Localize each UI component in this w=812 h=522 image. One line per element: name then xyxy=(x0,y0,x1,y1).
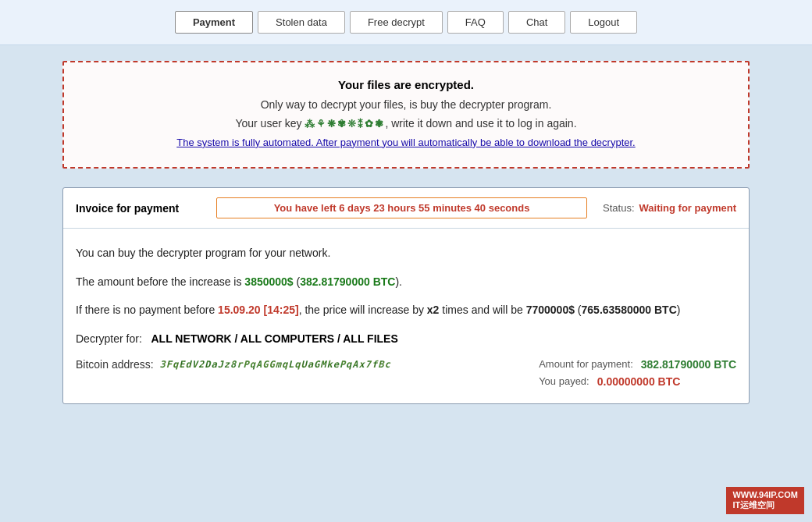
top-navigation: Payment Stolen data Free decrypt FAQ Cha… xyxy=(0,0,812,45)
invoice-line2-prefix: The amount before the increase is xyxy=(76,275,244,288)
watermark: WWW.94IP.COM IT运维空间 xyxy=(726,487,804,514)
invoice-date: 15.09.20 [14:25] xyxy=(218,304,299,316)
nav-btn-payment[interactable]: Payment xyxy=(175,11,253,34)
invoice-btc2: 765.63580000 BTC xyxy=(582,304,677,316)
invoice-body: You can buy the decrypter program for yo… xyxy=(63,229,749,403)
watermark-line2: IT运维空间 xyxy=(732,499,798,511)
nav-btn-faq[interactable]: FAQ xyxy=(447,11,504,34)
invoice-box: Invoice for payment You have left 6 days… xyxy=(62,187,750,404)
payed-value: 0.00000000 BTC xyxy=(597,375,681,388)
warning-line2-prefix: Your user key xyxy=(235,117,304,130)
invoice-status-area: Status: Waiting for payment xyxy=(603,202,736,214)
warning-user-key: ⁂⚘❋✾❊⁑✿❃ xyxy=(304,118,385,130)
invoice-header: Invoice for payment You have left 6 days… xyxy=(63,188,749,229)
warning-line1: Only way to decrypt your files, is buy t… xyxy=(261,98,552,111)
invoice-line2-suffix: ). xyxy=(395,275,402,288)
invoice-mult: x2 xyxy=(427,304,440,316)
invoice-amount1: 3850000$ xyxy=(244,275,293,288)
invoice-btc1: 382.81790000 BTC xyxy=(300,275,395,288)
invoice-line3-prefix: If there is no payment before xyxy=(76,304,218,316)
bitcoin-left: Bitcoin address: 3FqEdV2DaJz8rPqAGGmqLqU… xyxy=(76,358,391,371)
invoice-line2-sep: ( xyxy=(294,275,301,288)
invoice-amount2: 7700000$ xyxy=(526,304,575,316)
invoice-line2: The amount before the increase is 385000… xyxy=(76,273,736,290)
invoice-decrypter-line: Decrypter for: ALL NETWORK / ALL COMPUTE… xyxy=(76,330,736,347)
warning-desc: Only way to decrypt your files, is buy t… xyxy=(87,96,725,151)
amount-value: 382.81790000 BTC xyxy=(641,358,736,371)
status-label: Status: xyxy=(603,202,634,214)
warning-line2-suffix: , write it down and use it to log in aga… xyxy=(385,117,576,130)
invoice-line3-mid2: times and will be xyxy=(439,304,525,316)
warning-line3-link[interactable]: The system is fully automated. After pay… xyxy=(176,137,635,148)
invoice-line3-end: ) xyxy=(677,304,681,316)
invoice-line1: You can buy the decrypter program for yo… xyxy=(76,244,736,261)
invoice-line3: If there is no payment before 15.09.20 [… xyxy=(76,301,736,318)
decrypter-label: Decrypter for: xyxy=(76,332,142,345)
bitcoin-address: 3FqEdV2DaJz8rPqAGGmqLqUaGMkePqAx7fBc xyxy=(160,359,391,370)
invoice-line3-mid: , the price will increase by xyxy=(299,304,427,316)
decrypter-value: ALL NETWORK / ALL COMPUTERS / ALL FILES xyxy=(151,332,397,345)
amount-row: Amount for payment: 382.81790000 BTC xyxy=(539,358,736,371)
payed-label: You payed: xyxy=(539,375,589,387)
warning-title: Your files are encrypted. xyxy=(87,78,725,91)
status-value: Waiting for payment xyxy=(639,202,736,214)
nav-btn-free-decrypt[interactable]: Free decrypt xyxy=(350,11,443,34)
bitcoin-row: Bitcoin address: 3FqEdV2DaJz8rPqAGGmqLqU… xyxy=(76,358,736,388)
bitcoin-right: Amount for payment: 382.81790000 BTC You… xyxy=(539,358,736,388)
amount-label: Amount for payment: xyxy=(539,358,633,370)
nav-btn-logout[interactable]: Logout xyxy=(570,11,637,34)
main-content: Your files are encrypted. Only way to de… xyxy=(62,61,750,404)
bitcoin-label: Bitcoin address: xyxy=(76,358,154,371)
invoice-timer: You have left 6 days 23 hours 55 minutes… xyxy=(216,197,587,218)
invoice-title: Invoice for payment xyxy=(76,202,201,215)
warning-box: Your files are encrypted. Only way to de… xyxy=(62,61,750,169)
payed-row: You payed: 0.00000000 BTC xyxy=(539,375,736,388)
watermark-line1: WWW.94IP.COM xyxy=(732,490,798,499)
nav-buttons-group: Payment Stolen data Free decrypt FAQ Cha… xyxy=(175,11,637,34)
nav-btn-chat[interactable]: Chat xyxy=(508,11,565,34)
invoice-line3-sep2: ( xyxy=(575,304,582,316)
nav-btn-stolen-data[interactable]: Stolen data xyxy=(258,11,345,34)
